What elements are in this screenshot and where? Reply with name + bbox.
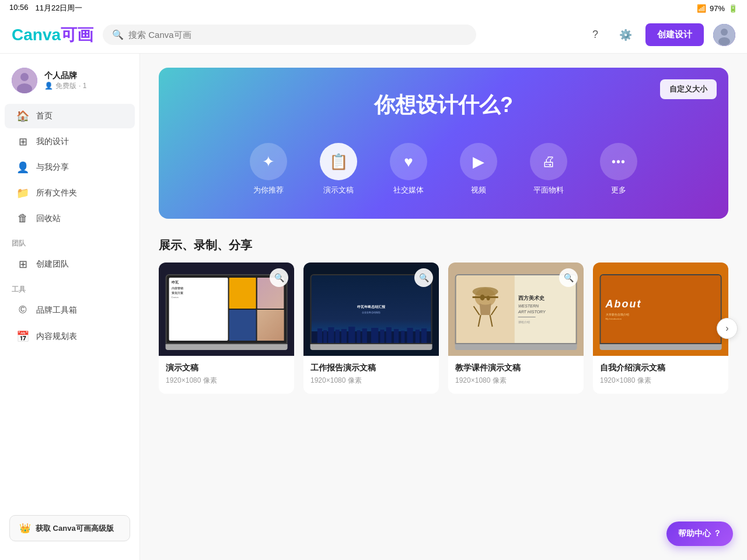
svg-rect-8 <box>323 330 327 343</box>
recommend-label: 为你推荐 <box>253 185 284 195</box>
customize-size-button[interactable]: 自定义大小 <box>660 79 717 99</box>
status-left: 10:56 11月22日周一 <box>9 3 82 13</box>
recommend-icon: ✦ <box>262 153 275 171</box>
svg-point-24 <box>473 287 498 296</box>
card-preview-1: 咋瓦 内容营销 策划方案 Canva <box>159 262 294 356</box>
sidebar-home-label: 首页 <box>36 111 53 121</box>
user-plan: 👤 免费版 · 1 <box>44 81 86 91</box>
laptop-mockup-1: 咋瓦 内容营销 策划方案 Canva <box>166 274 288 356</box>
svg-line-31 <box>490 315 493 327</box>
video-icon: ▶ <box>473 153 484 171</box>
sidebar-item-my-designs[interactable]: ⊞ 我的设计 <box>5 130 135 154</box>
sidebar-designs-label: 我的设计 <box>36 136 69 147</box>
status-bar: 10:56 11月22日周一 📶 97% 🔋 <box>0 0 747 16</box>
svg-rect-10 <box>336 330 340 343</box>
upgrade-label: 获取 Canva可画高级版 <box>36 523 114 534</box>
template-card-self-intro[interactable]: About 大学新生自我介绍 My Introduction 自我介绍演示文稿 … <box>593 262 728 394</box>
plan-icon: 👤 <box>44 82 53 90</box>
template-card-teaching[interactable]: 西方美术史 WESTERN ART HISTORY 课程介绍 🔍 <box>448 262 584 394</box>
user-name: 个人品牌 <box>44 71 86 81</box>
card-size-3: 1920×1080 像素 <box>455 376 577 386</box>
sidebar-item-content-planner[interactable]: 📅 内容规划表 <box>5 324 135 349</box>
card-img-4: About 大学新生自我介绍 My Introduction <box>593 262 728 356</box>
template-card-work-report[interactable]: 咋瓦年终总结汇报 企业业务总结报告 <box>303 262 439 394</box>
svg-point-2 <box>718 37 730 46</box>
search-icon-2[interactable]: 🔍 <box>414 268 433 287</box>
card-title-3: 教学课件演示文稿 <box>455 363 577 373</box>
avatar[interactable] <box>713 24 735 46</box>
sidebar-folders-label: 所有文件夹 <box>36 188 77 198</box>
sidebar-shared-label: 与我分享 <box>36 162 69 173</box>
category-social[interactable]: ♥ 社交媒体 <box>374 138 444 200</box>
question-icon: ? <box>592 29 598 41</box>
search-icon-1[interactable]: 🔍 <box>270 268 288 287</box>
sidebar-item-folders[interactable]: 📁 所有文件夹 <box>5 181 135 205</box>
svg-rect-19 <box>401 331 404 343</box>
layout: 个人品牌 👤 免费版 · 1 🏠 首页 ⊞ 我的设计 👤 与我分享 <box>0 0 747 560</box>
search-bar[interactable]: 🔍 <box>103 24 476 45</box>
share-icon: 👤 <box>16 161 29 174</box>
upgrade-button[interactable]: 👑 获取 Canva可画高级版 <box>9 515 130 541</box>
video-circle: ▶ <box>460 143 497 180</box>
trash-icon: 🗑 <box>16 212 29 225</box>
logo-text: Canva可画 <box>12 24 93 46</box>
home-icon: 🏠 <box>16 110 29 123</box>
print-circle: 🖨 <box>530 143 567 180</box>
sidebar: 个人品牌 👤 免费版 · 1 🏠 首页 ⊞ 我的设计 👤 与我分享 <box>0 54 140 560</box>
battery-icon: 🔋 <box>728 4 738 13</box>
sidebar-item-create-team[interactable]: ⊞ 创建团队 <box>5 252 135 276</box>
wifi-icon: 📶 <box>697 4 706 13</box>
card-preview-3: 西方美术史 WESTERN ART HISTORY 课程介绍 🔍 <box>448 262 584 356</box>
svg-rect-14 <box>362 328 367 343</box>
category-video[interactable]: ▶ 视频 <box>444 138 514 200</box>
sidebar-item-trash[interactable]: 🗑 回收站 <box>5 206 135 230</box>
section-header: 展示、录制、分享 <box>159 237 728 253</box>
card-title-2: 工作报告演示文稿 <box>310 363 432 373</box>
sidebar-user-avatar[interactable] <box>12 68 37 93</box>
svg-point-27 <box>487 296 490 300</box>
gear-icon: ⚙️ <box>619 29 632 41</box>
help-center-label: 帮助中心 ？ <box>678 528 721 539</box>
category-more[interactable]: ••• 更多 <box>584 138 654 200</box>
team-icon: ⊞ <box>16 258 29 271</box>
card-info-2: 工作报告演示文稿 1920×1080 像素 <box>303 356 439 394</box>
svg-rect-21 <box>416 330 420 343</box>
category-presentation[interactable]: 📋 演示文稿 <box>303 138 374 200</box>
settings-button[interactable]: ⚙️ <box>615 24 636 46</box>
more-icon: ••• <box>612 155 626 169</box>
presentation-label: 演示文稿 <box>323 185 354 195</box>
create-design-button[interactable]: 创建设计 <box>645 23 704 46</box>
status-time: 10:56 <box>9 3 29 13</box>
presentation-icon: 📋 <box>329 153 348 171</box>
template-card-presentation[interactable]: 咋瓦 内容营销 策划方案 Canva <box>159 262 294 394</box>
svg-rect-25 <box>473 296 498 298</box>
search-icon-3[interactable]: 🔍 <box>559 268 578 287</box>
print-icon: 🖨 <box>542 153 556 170</box>
card-size-4: 1920×1080 像素 <box>600 376 721 386</box>
svg-rect-20 <box>407 328 413 343</box>
sidebar-item-home[interactable]: 🏠 首页 <box>5 104 135 128</box>
svg-rect-22 <box>421 328 427 343</box>
category-print[interactable]: 🖨 平面物料 <box>514 138 584 200</box>
sidebar-item-shared[interactable]: 👤 与我分享 <box>5 155 135 180</box>
recommend-circle: ✦ <box>250 143 287 180</box>
help-icon-button[interactable]: ? <box>585 24 606 46</box>
help-center-button[interactable]: 帮助中心 ？ <box>666 522 733 546</box>
main-content: 自定义大小 你想设计什么? ✦ 为你推荐 📋 演示文稿 ♥ <box>140 54 747 560</box>
user-section: 个人品牌 👤 免费版 · 1 <box>0 63 139 103</box>
category-icons: ✦ 为你推荐 📋 演示文稿 ♥ 社交媒体 <box>177 138 710 200</box>
next-arrow[interactable]: › <box>717 318 738 339</box>
status-date: 11月22日周一 <box>36 3 83 13</box>
svg-rect-12 <box>348 327 355 343</box>
social-icon: ♥ <box>404 153 413 171</box>
brand-icon: © <box>16 304 29 316</box>
card-info-3: 教学课件演示文稿 1920×1080 像素 <box>448 356 584 394</box>
team-section-label: 团队 <box>0 232 139 251</box>
card-info-1: 演示文稿 1920×1080 像素 <box>159 356 294 394</box>
svg-line-29 <box>491 306 497 315</box>
sidebar-item-brand-kit[interactable]: © 品牌工具箱 <box>5 298 135 322</box>
search-icon: 🔍 <box>112 29 124 40</box>
search-input[interactable] <box>128 30 467 40</box>
category-recommend[interactable]: ✦ 为你推荐 <box>233 138 303 200</box>
crown-icon: 👑 <box>19 523 31 534</box>
